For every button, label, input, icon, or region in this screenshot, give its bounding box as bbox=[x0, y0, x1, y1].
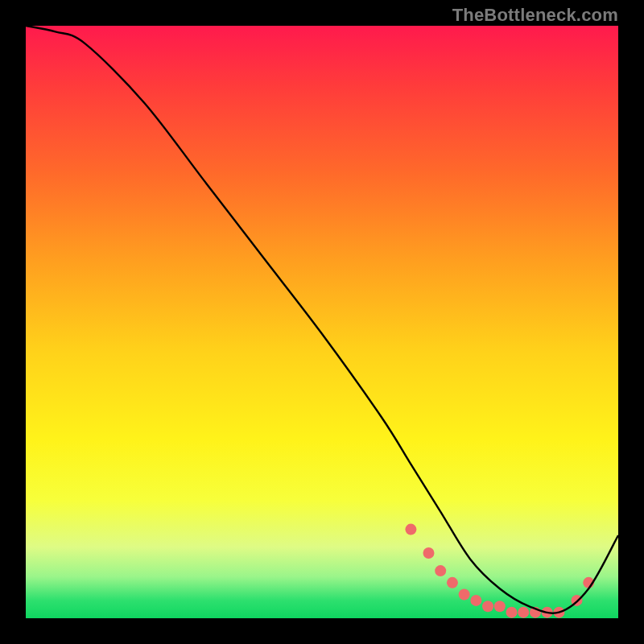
trough-marker bbox=[459, 589, 470, 601]
trough-marker bbox=[482, 601, 493, 612]
curve-layer bbox=[26, 26, 618, 618]
trough-marker bbox=[405, 524, 416, 535]
trough-marker bbox=[470, 595, 481, 606]
plot-area bbox=[26, 26, 618, 618]
trough-marker bbox=[447, 577, 458, 588]
trough-marker bbox=[506, 607, 518, 618]
chart-stage: TheBottleneck.com bbox=[0, 0, 644, 644]
trough-marker-group bbox=[405, 524, 594, 618]
attribution-text: TheBottleneck.com bbox=[452, 5, 618, 26]
trough-marker bbox=[518, 607, 529, 618]
trough-marker bbox=[494, 601, 506, 612]
trough-marker bbox=[423, 547, 434, 559]
bottleneck-curve bbox=[26, 26, 618, 613]
trough-marker bbox=[435, 565, 446, 576]
